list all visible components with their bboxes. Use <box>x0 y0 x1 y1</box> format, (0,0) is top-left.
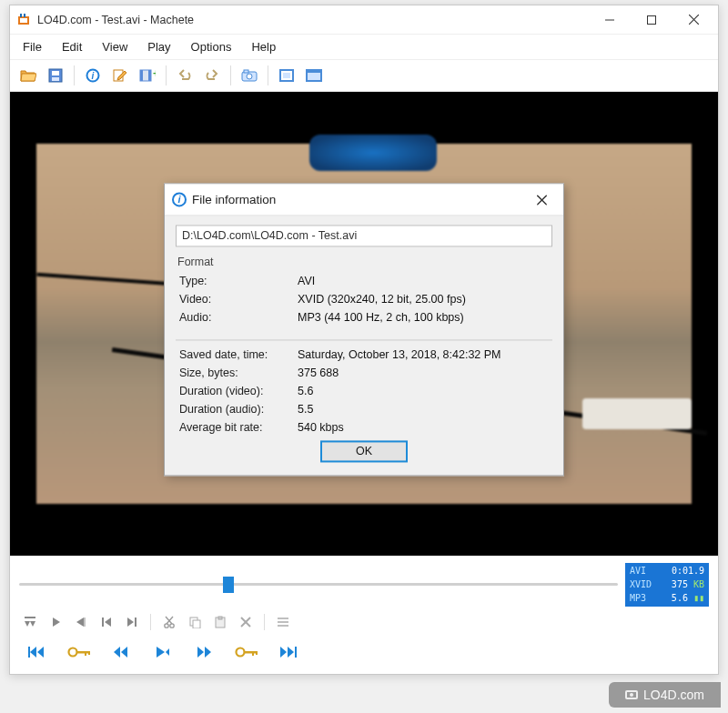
menu-help[interactable]: Help <box>242 36 285 57</box>
copy-button[interactable] <box>184 612 206 632</box>
svg-rect-16 <box>148 70 151 81</box>
seek-thumb[interactable] <box>223 577 234 593</box>
fit-window-button[interactable] <box>274 64 299 87</box>
edit-tags-button[interactable] <box>107 64 133 87</box>
sel-start-button[interactable] <box>45 612 66 632</box>
separator <box>268 65 268 85</box>
saved-label: Saved date, time: <box>179 348 298 361</box>
film-add-button[interactable]: + <box>135 64 160 87</box>
dialog-body: D:\LO4D.com\LO4D.com - Test.avi Format T… <box>165 216 563 475</box>
format-group-label: Format <box>176 256 552 268</box>
separator <box>264 614 265 630</box>
maximize-button[interactable] <box>631 6 672 34</box>
svg-point-31 <box>165 624 168 628</box>
save-button[interactable] <box>43 64 68 87</box>
sel-end-button[interactable] <box>70 612 92 632</box>
playback-toolbar <box>10 636 718 674</box>
separator <box>150 614 151 630</box>
menu-view[interactable]: View <box>93 36 136 57</box>
size-value: 375 688 <box>298 367 339 379</box>
divider <box>176 339 552 340</box>
ok-button[interactable]: OK <box>320 440 408 462</box>
window-controls <box>589 6 714 34</box>
dialog-close-button[interactable] <box>527 189 556 209</box>
type-label: Type: <box>179 275 298 287</box>
svg-text:i: i <box>92 71 95 81</box>
prev-keyframe-button[interactable] <box>63 641 96 663</box>
saved-value: Saturday, October 13, 2018, 8:42:32 PM <box>298 348 501 361</box>
dur-audio-value: 5.5 <box>298 403 313 416</box>
open-button[interactable] <box>15 64 41 87</box>
dur-audio-label: Duration (audio): <box>179 403 298 416</box>
svg-rect-1 <box>20 14 22 17</box>
file-info-dialog: i File information D:\LO4D.com\LO4D.com … <box>164 183 564 476</box>
status-vcodec: XVID <box>630 579 652 590</box>
prev-frame-button[interactable] <box>105 641 137 663</box>
list-button[interactable] <box>272 612 294 632</box>
status-panel: AVI0:01.9 XVID375 KB MP35.6 ▮▮ <box>625 563 709 607</box>
svg-rect-5 <box>648 15 656 24</box>
svg-rect-15 <box>140 70 143 81</box>
watermark: LO4D.com <box>609 682 721 708</box>
camera-icon <box>625 690 638 699</box>
fullscreen-button[interactable] <box>301 64 327 87</box>
menu-file[interactable]: File <box>14 36 51 57</box>
abr-label: Average bit rate: <box>179 421 298 434</box>
svg-point-32 <box>170 624 174 628</box>
status-container: AVI <box>630 566 646 577</box>
svg-rect-3 <box>20 18 27 23</box>
menu-play[interactable]: Play <box>138 36 179 57</box>
separator <box>74 65 75 85</box>
next-frame-button[interactable] <box>188 641 221 663</box>
size-label: Size, bytes: <box>179 367 298 379</box>
separator <box>230 65 231 85</box>
video-value: XVID (320x240, 12 bit, 25.00 fps) <box>298 293 466 306</box>
dialog-title: File information <box>192 193 527 206</box>
status-acodec: MP3 <box>630 593 646 604</box>
seek-bar[interactable] <box>19 577 618 593</box>
go-end-button[interactable] <box>272 641 305 663</box>
svg-rect-38 <box>218 617 222 619</box>
file-path-box[interactable]: D:\LO4D.com\LO4D.com - Test.avi <box>176 225 552 246</box>
sel-left-button[interactable] <box>96 612 117 632</box>
close-button[interactable] <box>672 6 714 34</box>
dialog-titlebar: i File information <box>165 184 563 216</box>
svg-line-34 <box>166 617 172 624</box>
go-start-button[interactable] <box>21 641 54 663</box>
watermark-text: LO4D.com <box>643 688 704 702</box>
snapshot-button[interactable] <box>237 64 262 87</box>
next-keyframe-button[interactable] <box>230 641 263 663</box>
delete-button[interactable] <box>235 612 257 632</box>
svg-rect-47 <box>85 651 86 656</box>
redo-button[interactable] <box>199 64 225 87</box>
dur-video-value: 5.6 <box>298 385 313 397</box>
status-size-unit: KB <box>693 579 704 589</box>
cut-button[interactable] <box>158 612 180 632</box>
minimize-button[interactable] <box>589 6 631 34</box>
status-dur: 5.6 <box>672 593 688 603</box>
undo-button[interactable] <box>172 64 197 87</box>
svg-rect-2 <box>24 14 25 17</box>
paste-button[interactable] <box>209 612 231 632</box>
dur-video-label: Duration (video): <box>179 385 298 397</box>
sel-none-button[interactable] <box>19 612 41 632</box>
svg-rect-10 <box>52 77 59 81</box>
audio-label: Audio: <box>179 311 298 324</box>
svg-point-19 <box>247 74 252 79</box>
status-size: 375 <box>672 579 688 589</box>
audio-value: MP3 (44 100 Hz, 2 ch, 100 kbps) <box>298 311 464 324</box>
menu-options[interactable]: Options <box>182 36 241 57</box>
app-icon <box>17 13 32 27</box>
play-pause-button[interactable] <box>147 641 179 663</box>
svg-rect-36 <box>193 620 200 628</box>
video-label: Video: <box>179 293 298 306</box>
svg-point-45 <box>69 648 77 657</box>
sel-right-button[interactable] <box>121 612 143 632</box>
separator <box>166 65 167 85</box>
svg-point-49 <box>237 648 245 657</box>
menubar: File Edit View Play Options Help <box>10 35 718 60</box>
svg-rect-22 <box>283 73 290 78</box>
menu-edit[interactable]: Edit <box>53 36 91 57</box>
toolbar: i + <box>10 60 718 92</box>
info-button[interactable]: i <box>80 64 106 87</box>
